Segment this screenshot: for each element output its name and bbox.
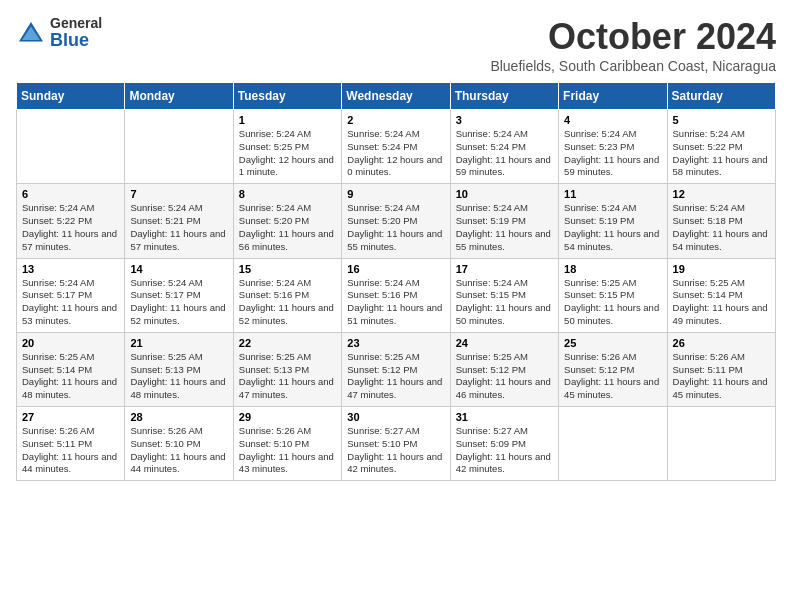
calendar-week-row: 27Sunrise: 5:26 AMSunset: 5:11 PMDayligh… (17, 407, 776, 481)
day-number: 3 (456, 114, 553, 126)
calendar-cell: 21Sunrise: 5:25 AMSunset: 5:13 PMDayligh… (125, 332, 233, 406)
day-number: 14 (130, 263, 227, 275)
weekday-header-row: SundayMondayTuesdayWednesdayThursdayFrid… (17, 83, 776, 110)
weekday-header: Friday (559, 83, 667, 110)
logo: General Blue (16, 16, 102, 51)
day-number: 5 (673, 114, 770, 126)
calendar-cell: 14Sunrise: 5:24 AMSunset: 5:17 PMDayligh… (125, 258, 233, 332)
day-info: Sunrise: 5:25 AMSunset: 5:12 PMDaylight:… (347, 351, 444, 402)
calendar-table: SundayMondayTuesdayWednesdayThursdayFrid… (16, 82, 776, 481)
day-number: 7 (130, 188, 227, 200)
day-number: 18 (564, 263, 661, 275)
day-number: 22 (239, 337, 336, 349)
day-info: Sunrise: 5:26 AMSunset: 5:11 PMDaylight:… (22, 425, 119, 476)
day-info: Sunrise: 5:25 AMSunset: 5:13 PMDaylight:… (130, 351, 227, 402)
logo-general: General (50, 16, 102, 31)
day-number: 23 (347, 337, 444, 349)
calendar-cell: 17Sunrise: 5:24 AMSunset: 5:15 PMDayligh… (450, 258, 558, 332)
day-info: Sunrise: 5:24 AMSunset: 5:25 PMDaylight:… (239, 128, 336, 179)
calendar-cell: 27Sunrise: 5:26 AMSunset: 5:11 PMDayligh… (17, 407, 125, 481)
day-number: 1 (239, 114, 336, 126)
day-info: Sunrise: 5:24 AMSunset: 5:22 PMDaylight:… (673, 128, 770, 179)
calendar-cell (17, 110, 125, 184)
day-number: 24 (456, 337, 553, 349)
weekday-header: Wednesday (342, 83, 450, 110)
day-info: Sunrise: 5:24 AMSunset: 5:17 PMDaylight:… (130, 277, 227, 328)
calendar-cell: 7Sunrise: 5:24 AMSunset: 5:21 PMDaylight… (125, 184, 233, 258)
day-info: Sunrise: 5:24 AMSunset: 5:24 PMDaylight:… (456, 128, 553, 179)
day-number: 29 (239, 411, 336, 423)
calendar-cell: 15Sunrise: 5:24 AMSunset: 5:16 PMDayligh… (233, 258, 341, 332)
logo-blue: Blue (50, 31, 102, 51)
day-info: Sunrise: 5:25 AMSunset: 5:14 PMDaylight:… (22, 351, 119, 402)
day-info: Sunrise: 5:24 AMSunset: 5:15 PMDaylight:… (456, 277, 553, 328)
day-number: 9 (347, 188, 444, 200)
day-info: Sunrise: 5:27 AMSunset: 5:09 PMDaylight:… (456, 425, 553, 476)
day-info: Sunrise: 5:26 AMSunset: 5:11 PMDaylight:… (673, 351, 770, 402)
day-number: 27 (22, 411, 119, 423)
day-number: 11 (564, 188, 661, 200)
calendar-cell (125, 110, 233, 184)
day-number: 16 (347, 263, 444, 275)
calendar-cell: 8Sunrise: 5:24 AMSunset: 5:20 PMDaylight… (233, 184, 341, 258)
day-info: Sunrise: 5:26 AMSunset: 5:12 PMDaylight:… (564, 351, 661, 402)
calendar-cell: 1Sunrise: 5:24 AMSunset: 5:25 PMDaylight… (233, 110, 341, 184)
day-info: Sunrise: 5:26 AMSunset: 5:10 PMDaylight:… (130, 425, 227, 476)
day-info: Sunrise: 5:24 AMSunset: 5:22 PMDaylight:… (22, 202, 119, 253)
weekday-header: Saturday (667, 83, 775, 110)
calendar-cell: 20Sunrise: 5:25 AMSunset: 5:14 PMDayligh… (17, 332, 125, 406)
day-number: 8 (239, 188, 336, 200)
day-number: 21 (130, 337, 227, 349)
calendar-week-row: 13Sunrise: 5:24 AMSunset: 5:17 PMDayligh… (17, 258, 776, 332)
calendar-cell: 25Sunrise: 5:26 AMSunset: 5:12 PMDayligh… (559, 332, 667, 406)
day-number: 28 (130, 411, 227, 423)
day-info: Sunrise: 5:24 AMSunset: 5:20 PMDaylight:… (239, 202, 336, 253)
day-info: Sunrise: 5:24 AMSunset: 5:21 PMDaylight:… (130, 202, 227, 253)
day-number: 31 (456, 411, 553, 423)
logo-text: General Blue (50, 16, 102, 51)
day-number: 4 (564, 114, 661, 126)
title-area: October 2024 Bluefields, South Caribbean… (490, 16, 776, 74)
month-title: October 2024 (490, 16, 776, 58)
calendar-week-row: 1Sunrise: 5:24 AMSunset: 5:25 PMDaylight… (17, 110, 776, 184)
weekday-header: Sunday (17, 83, 125, 110)
day-number: 12 (673, 188, 770, 200)
page-header: General Blue October 2024 Bluefields, So… (16, 16, 776, 74)
day-number: 10 (456, 188, 553, 200)
calendar-cell: 13Sunrise: 5:24 AMSunset: 5:17 PMDayligh… (17, 258, 125, 332)
calendar-cell: 23Sunrise: 5:25 AMSunset: 5:12 PMDayligh… (342, 332, 450, 406)
day-number: 26 (673, 337, 770, 349)
day-number: 15 (239, 263, 336, 275)
calendar-cell: 26Sunrise: 5:26 AMSunset: 5:11 PMDayligh… (667, 332, 775, 406)
calendar-cell: 24Sunrise: 5:25 AMSunset: 5:12 PMDayligh… (450, 332, 558, 406)
calendar-cell: 10Sunrise: 5:24 AMSunset: 5:19 PMDayligh… (450, 184, 558, 258)
day-number: 13 (22, 263, 119, 275)
calendar-cell: 18Sunrise: 5:25 AMSunset: 5:15 PMDayligh… (559, 258, 667, 332)
day-info: Sunrise: 5:24 AMSunset: 5:17 PMDaylight:… (22, 277, 119, 328)
day-info: Sunrise: 5:24 AMSunset: 5:16 PMDaylight:… (239, 277, 336, 328)
day-info: Sunrise: 5:25 AMSunset: 5:15 PMDaylight:… (564, 277, 661, 328)
day-number: 19 (673, 263, 770, 275)
calendar-cell: 28Sunrise: 5:26 AMSunset: 5:10 PMDayligh… (125, 407, 233, 481)
calendar-cell: 12Sunrise: 5:24 AMSunset: 5:18 PMDayligh… (667, 184, 775, 258)
calendar-cell: 16Sunrise: 5:24 AMSunset: 5:16 PMDayligh… (342, 258, 450, 332)
day-info: Sunrise: 5:26 AMSunset: 5:10 PMDaylight:… (239, 425, 336, 476)
day-number: 6 (22, 188, 119, 200)
day-number: 25 (564, 337, 661, 349)
weekday-header: Thursday (450, 83, 558, 110)
weekday-header: Tuesday (233, 83, 341, 110)
day-number: 2 (347, 114, 444, 126)
calendar-cell: 6Sunrise: 5:24 AMSunset: 5:22 PMDaylight… (17, 184, 125, 258)
day-info: Sunrise: 5:24 AMSunset: 5:19 PMDaylight:… (564, 202, 661, 253)
day-info: Sunrise: 5:25 AMSunset: 5:13 PMDaylight:… (239, 351, 336, 402)
location-title: Bluefields, South Caribbean Coast, Nicar… (490, 58, 776, 74)
calendar-cell: 19Sunrise: 5:25 AMSunset: 5:14 PMDayligh… (667, 258, 775, 332)
calendar-cell (559, 407, 667, 481)
calendar-cell: 2Sunrise: 5:24 AMSunset: 5:24 PMDaylight… (342, 110, 450, 184)
calendar-week-row: 6Sunrise: 5:24 AMSunset: 5:22 PMDaylight… (17, 184, 776, 258)
day-info: Sunrise: 5:27 AMSunset: 5:10 PMDaylight:… (347, 425, 444, 476)
day-number: 20 (22, 337, 119, 349)
day-number: 30 (347, 411, 444, 423)
day-info: Sunrise: 5:24 AMSunset: 5:19 PMDaylight:… (456, 202, 553, 253)
day-info: Sunrise: 5:24 AMSunset: 5:18 PMDaylight:… (673, 202, 770, 253)
